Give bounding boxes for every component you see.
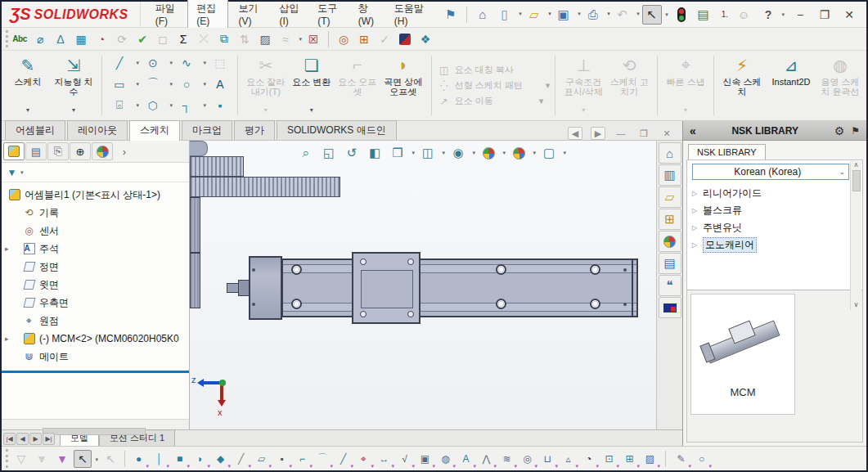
menu-help[interactable]: 도움말(H) (386, 0, 433, 30)
deviation-analysis-icon[interactable]: ≈ (277, 30, 295, 48)
collapse-chevron-icon[interactable]: « (690, 124, 696, 137)
content-3d-icon[interactable]: ❖ (416, 30, 434, 48)
filter-planes-icon[interactable]: ▱ (253, 450, 270, 467)
tab-layout[interactable]: 레이아웃 (67, 120, 128, 140)
filter-regions-icon[interactable]: ▨ (641, 450, 659, 467)
equations-icon[interactable]: Σ (174, 30, 192, 48)
mcm-preview-card[interactable]: MCM (690, 294, 795, 415)
language-select[interactable]: Korean (Korea) ⌄ (692, 164, 849, 180)
convert-entities-button[interactable]: ❏ 요소 변환 ▾ (289, 52, 335, 119)
expander-icon[interactable]: ▷ (692, 207, 699, 214)
tab-evaluate[interactable]: 평가 (234, 120, 275, 140)
measure-icon[interactable]: ⌀ (31, 30, 49, 48)
filter-cosmetic-threads-icon[interactable]: ⊔ (539, 450, 556, 467)
tree-item-origin[interactable]: ⌖ 원점 (2, 312, 189, 330)
chevron-down-icon[interactable]: ▾ (20, 169, 24, 176)
tree-item-mcm-component[interactable]: ▸ (-) MCM<2> (MCM06020H05K0 (2, 330, 189, 348)
custom-properties-icon[interactable]: ▤ (659, 253, 681, 274)
filter-dimensions-icon[interactable]: ↔ (376, 450, 393, 467)
circle-tool-icon[interactable]: ⊙ (141, 54, 165, 72)
tab-displaymanager[interactable] (92, 142, 113, 160)
tree-horizontal-scrollbar[interactable] (2, 419, 189, 429)
toolbar-drag-handle[interactable] (6, 449, 8, 468)
tree-item-sensors[interactable]: ◎ 센서 (2, 222, 189, 240)
design-table-delete-icon[interactable]: ☒ (304, 30, 322, 48)
expander-icon[interactable]: ▷ (692, 190, 699, 197)
expander-icon[interactable]: ▷ (692, 241, 699, 249)
doc-close-icon[interactable]: ✕ (659, 127, 674, 140)
point-tool-icon[interactable]: ▪ (208, 97, 232, 115)
save-icon[interactable]: ▣ (554, 5, 573, 25)
ellipse-tool-icon[interactable]: ○ (174, 75, 199, 93)
chevron-down-icon[interactable]: ▾ (310, 106, 313, 114)
filter-connection-points-icon[interactable]: ⊡ (600, 450, 618, 467)
tab-nsk-library[interactable]: NSK LIBRARY (688, 144, 766, 160)
sketch-button[interactable]: ✎ 스케치 ▾ (5, 52, 51, 119)
verification-check-icon[interactable]: ✔ (133, 30, 151, 48)
rapid-sketch-button[interactable]: ⚡ 신속 스케치 (719, 52, 765, 119)
filter-manage-icon[interactable]: ⩔ (33, 450, 51, 468)
filter-edit-icon[interactable]: ✎ (672, 450, 690, 467)
tab-dimxpertmanager[interactable]: ⊕ (70, 142, 91, 160)
tab-assembly[interactable]: 어셈블리 (5, 120, 65, 140)
menu-edit[interactable]: 편집(E) (187, 0, 228, 31)
performance-evaluation-icon[interactable]: ◔ (92, 30, 110, 48)
filter-hatches-icon[interactable]: ≋ (498, 450, 515, 467)
scroll-down-icon[interactable]: ∨ (854, 301, 859, 308)
design-library-icon[interactable]: ▥ (659, 164, 681, 186)
doc-prev-icon[interactable]: ◀ (568, 127, 582, 140)
trim-entities-button[interactable]: ✂ 요소 잘라내기(T) ▾ (243, 52, 289, 119)
filter-routing-points-icon[interactable]: ⊞ (621, 450, 638, 467)
file-explorer-icon[interactable]: ▱ (659, 187, 681, 208)
tab-featuremanager[interactable] (3, 142, 25, 160)
filter-axes-icon[interactable]: ╱ (232, 450, 250, 467)
filter-surface-finish-icon[interactable]: ▵ (560, 450, 577, 467)
undo-icon[interactable]: ↶ (613, 5, 632, 25)
tab-sketch[interactable]: 스케치 (129, 120, 180, 141)
tree-item-history[interactable]: ⟲ 기록 (2, 204, 189, 222)
mirror-entities-button[interactable]: ◫ 요소 대칭 복사 (437, 64, 551, 77)
compress-icon[interactable]: ⇅ (236, 30, 254, 48)
quick-snaps-button[interactable]: ⌖ 빠른 스냅 ▾ (663, 52, 708, 119)
rollback-bar[interactable] (2, 371, 189, 373)
tree-item-annotations[interactable]: ▸ A 주석 (2, 240, 189, 258)
viewport[interactable]: ⌕◱↺◧❒◫◉▢ (190, 141, 656, 429)
solidworks-resources-icon[interactable]: ⌂ (659, 142, 681, 164)
flag-icon[interactable] (399, 34, 411, 45)
rectangle-tool-icon[interactable]: ▭ (107, 75, 132, 93)
spell-check-icon[interactable]: Abc (11, 30, 29, 48)
menu-window[interactable]: 창(W) (350, 0, 385, 30)
menu-insert[interactable]: 삽입(I) (271, 0, 308, 30)
display-delete-relations-button[interactable]: ⊥ 구속조건 표시/삭제 ▾ (560, 52, 606, 119)
mesh-quality-icon[interactable]: ⊞ (355, 30, 373, 48)
tree-root-assembly[interactable]: 어셈블리1 (기본<표시 상태-1>) (2, 186, 189, 204)
view-palette-icon[interactable]: ⊞ (659, 209, 681, 230)
scroll-up-icon[interactable]: ∧ (854, 161, 859, 169)
prev-tab-icon[interactable]: ◀ (16, 433, 29, 445)
filter-datum-targets-icon[interactable]: ◎ (519, 450, 536, 467)
minimize-icon[interactable]: − (791, 6, 809, 24)
filter-center-of-mass-icon[interactable]: ◔ (580, 450, 597, 467)
nsk-item-linear-guide[interactable]: ▷ 리니어가이드 (690, 185, 862, 202)
arc-tool-icon[interactable]: ⌒ (141, 75, 165, 93)
maximize-icon[interactable]: ❐ (816, 6, 834, 24)
last-tab-icon[interactable]: ▶| (43, 433, 55, 445)
lasso-select-icon[interactable]: ↖ (101, 450, 119, 468)
tree-filter-funnel-icon[interactable]: ▼ (5, 165, 19, 179)
filter-surface-bodies-icon[interactable]: ◗ (191, 450, 209, 467)
print-icon[interactable]: ⎙ (583, 5, 603, 25)
spline-tool-icon[interactable]: ∿ (174, 54, 199, 72)
scrollbar-thumb[interactable] (852, 170, 861, 191)
tab-configurationmanager[interactable]: ⎘ (47, 142, 69, 160)
slot-tool-icon[interactable]: ⌻ (107, 97, 132, 115)
chevron-down-icon[interactable]: ▾ (72, 106, 75, 114)
nsk-library-tab-icon[interactable] (659, 297, 681, 318)
new-file-icon[interactable]: ▯ (495, 5, 515, 25)
text-tool-icon[interactable]: A (208, 75, 232, 93)
toolbar-drag-handle[interactable] (6, 30, 8, 48)
nsk-list-scrollbar[interactable]: ∧ ∨ (850, 161, 861, 310)
doc-restore-icon[interactable]: ❐ (636, 127, 651, 140)
filter-vertices-icon[interactable]: ● (130, 450, 147, 467)
pin-icon[interactable]: ⚑ (851, 125, 860, 137)
move-entities-button[interactable]: ↗ 요소 이동 ▾ (437, 95, 551, 108)
